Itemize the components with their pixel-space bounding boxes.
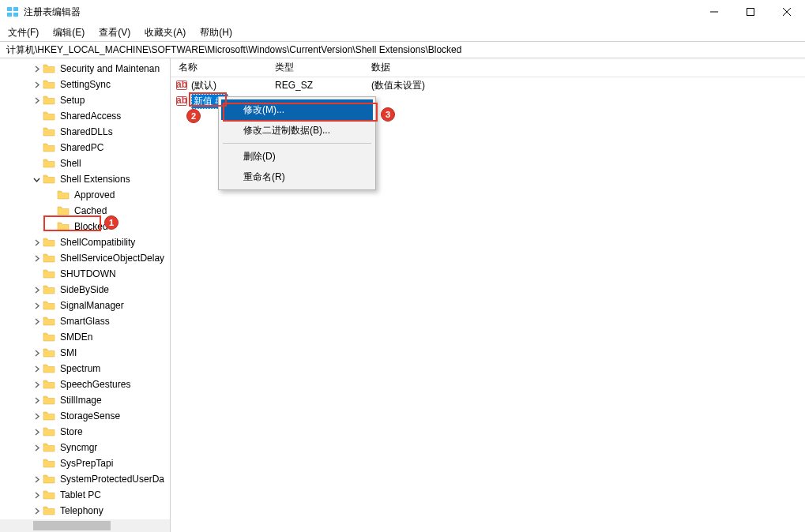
expander-icon[interactable] xyxy=(32,238,41,247)
expander-icon[interactable] xyxy=(32,380,41,389)
tree-item[interactable]: SysPrepTapi xyxy=(0,455,170,471)
expander-icon[interactable] xyxy=(32,443,41,452)
tree-item-label: SmartGlass xyxy=(58,315,111,328)
expander-icon[interactable] xyxy=(32,159,41,168)
tree-item[interactable]: Telephony xyxy=(0,503,170,519)
context-menu-item[interactable]: 修改二进制数据(B)... xyxy=(221,120,373,140)
tree-item-label: Approved xyxy=(73,189,116,201)
expander-icon[interactable] xyxy=(32,64,41,73)
annotation-callout-1: 1 xyxy=(104,215,118,230)
tree-item[interactable]: SmartGlass xyxy=(0,313,170,329)
list-header: 名称 类型 数据 xyxy=(171,58,805,77)
expander-icon[interactable] xyxy=(32,80,41,89)
address-bar[interactable]: 计算机\HKEY_LOCAL_MACHINE\SOFTWARE\Microsof… xyxy=(0,41,805,58)
tree-item[interactable]: SMDEn xyxy=(0,329,170,345)
expander-icon[interactable] xyxy=(32,395,41,405)
tree-item[interactable]: Syncmgr xyxy=(0,440,170,455)
tree-item[interactable]: Security and Maintenan xyxy=(0,61,170,77)
tree-item-label: SharedAccess xyxy=(58,110,122,122)
col-name[interactable]: 名称 xyxy=(171,61,267,74)
tree-item[interactable]: SHUTDOWN xyxy=(0,266,170,282)
svg-rect-2 xyxy=(7,13,12,17)
context-menu-item[interactable]: 删除(D) xyxy=(221,146,373,167)
expander-icon[interactable] xyxy=(32,301,41,310)
tree-item[interactable]: Shell xyxy=(0,155,170,171)
tree-scrollbar[interactable] xyxy=(0,519,170,532)
tree-item[interactable]: Shell Extensions xyxy=(0,171,170,187)
tree-item[interactable]: SharedDLLs xyxy=(0,124,170,140)
window-controls xyxy=(696,0,805,24)
minimize-button[interactable] xyxy=(696,0,732,24)
tree-item[interactable]: ShellCompatibility xyxy=(0,234,170,250)
list-row[interactable]: ab(默认)REG_SZ(数值未设置) xyxy=(171,77,805,93)
tree-item-label: StorageSense xyxy=(58,410,122,422)
expander-icon[interactable] xyxy=(32,143,41,152)
tree-item[interactable]: SharedPC xyxy=(0,140,170,155)
menu-edit[interactable]: 编辑(E) xyxy=(51,24,86,41)
tree-item[interactable]: SharedAccess xyxy=(0,108,170,124)
expander-icon[interactable] xyxy=(32,174,41,184)
expander-icon[interactable] xyxy=(32,127,41,137)
expander-icon[interactable] xyxy=(32,348,41,358)
tree-item[interactable]: SideBySide xyxy=(0,282,170,298)
tree-item[interactable]: StorageSense xyxy=(0,408,170,424)
close-button[interactable] xyxy=(769,0,805,24)
tree-item[interactable]: Spectrum xyxy=(0,361,170,377)
expander-icon[interactable] xyxy=(32,427,41,436)
svg-rect-0 xyxy=(7,7,12,11)
tree-item[interactable]: SettingSync xyxy=(0,77,170,92)
value-type: REG_SZ xyxy=(267,80,363,91)
value-list[interactable]: 名称 类型 数据 ab(默认)REG_SZ(数值未设置)ab新值 #1REG_S… xyxy=(171,58,805,532)
expander-icon[interactable] xyxy=(46,206,55,215)
tree-item-label: ShellServiceObjectDelay xyxy=(58,252,166,264)
address-text: 计算机\HKEY_LOCAL_MACHINE\SOFTWARE\Microsof… xyxy=(6,43,461,57)
tree-item-label: SHUTDOWN xyxy=(58,268,118,280)
svg-rect-5 xyxy=(747,9,754,16)
tree-item[interactable]: Setup xyxy=(0,92,170,108)
tree-item-label: StillImage xyxy=(58,394,103,406)
svg-rect-1 xyxy=(13,7,18,11)
menu-help[interactable]: 帮助(H) xyxy=(198,24,234,41)
expander-icon[interactable] xyxy=(32,506,41,515)
tree-item[interactable]: SpeechGestures xyxy=(0,377,170,392)
expander-icon[interactable] xyxy=(32,317,41,326)
expander-icon[interactable] xyxy=(32,474,41,484)
col-type[interactable]: 类型 xyxy=(267,61,363,74)
workspace: Security and MaintenanSettingSyncSetupSh… xyxy=(0,58,805,532)
tree-item-label: Store xyxy=(58,425,85,438)
expander-icon[interactable] xyxy=(46,190,55,200)
tree-item[interactable]: Store xyxy=(0,424,170,440)
expander-icon[interactable] xyxy=(32,269,41,279)
expander-icon[interactable] xyxy=(32,332,41,342)
expander-icon[interactable] xyxy=(32,364,41,373)
tree-item-label: Security and Maintenan xyxy=(58,62,161,75)
tree-item-label: Syncmgr xyxy=(58,441,99,454)
expander-icon[interactable] xyxy=(32,285,41,294)
tree-item-label: SideBySide xyxy=(58,283,111,296)
tree-item[interactable]: Tablet PC xyxy=(0,487,170,503)
tree-item[interactable]: ShellServiceObjectDelay xyxy=(0,250,170,266)
tree-item-label: SysPrepTapi xyxy=(58,457,115,470)
expander-icon[interactable] xyxy=(32,490,41,500)
tree-item[interactable]: StillImage xyxy=(0,392,170,408)
context-menu-item[interactable]: 重命名(R) xyxy=(221,167,373,187)
value-data: (数值未设置) xyxy=(363,79,805,92)
expander-icon[interactable] xyxy=(32,411,41,421)
value-name: (默认) xyxy=(191,79,216,92)
expander-icon[interactable] xyxy=(32,253,41,263)
tree-item[interactable]: SignalManager xyxy=(0,298,170,313)
tree-item[interactable]: SMI xyxy=(0,345,170,361)
menu-view[interactable]: 查看(V) xyxy=(97,24,132,41)
expander-icon[interactable] xyxy=(32,111,41,121)
tree-item-label: ShellCompatibility xyxy=(58,236,137,249)
menu-fav[interactable]: 收藏夹(A) xyxy=(143,24,187,41)
tree-item[interactable]: Approved xyxy=(0,187,170,203)
menu-file[interactable]: 文件(F) xyxy=(6,24,40,41)
expander-icon[interactable] xyxy=(32,96,41,105)
tree-item[interactable]: SystemProtectedUserDa xyxy=(0,471,170,487)
maximize-button[interactable] xyxy=(732,0,769,24)
expander-icon[interactable] xyxy=(32,459,41,468)
registry-tree[interactable]: Security and MaintenanSettingSyncSetupSh… xyxy=(0,58,171,532)
tree-item-label: Telephony xyxy=(58,504,105,517)
col-data[interactable]: 数据 xyxy=(363,61,805,74)
